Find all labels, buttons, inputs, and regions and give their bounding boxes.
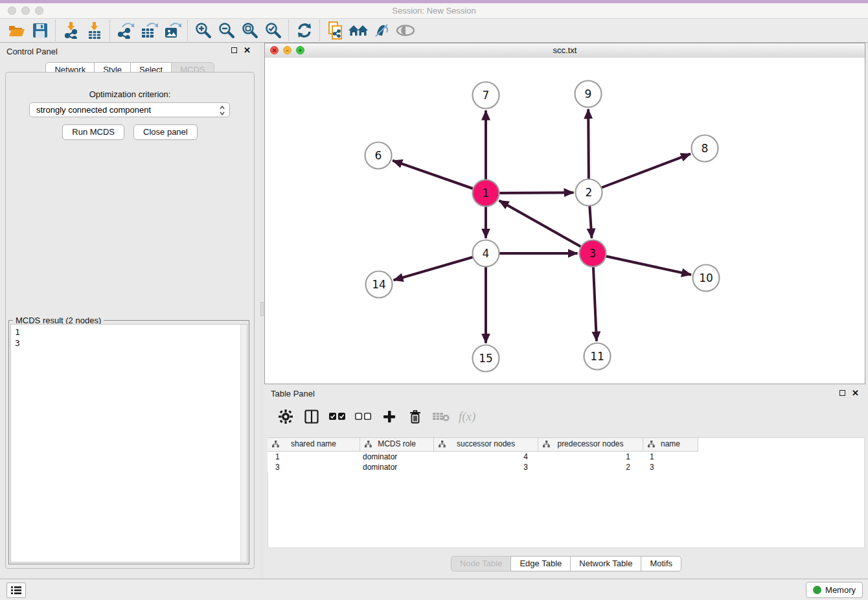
- table-cell[interactable]: 1: [643, 452, 698, 462]
- node-6[interactable]: 6: [365, 143, 392, 169]
- node-label: 1: [483, 187, 490, 200]
- node-4[interactable]: 4: [473, 240, 499, 267]
- tab-edge-table[interactable]: Edge Table: [510, 556, 571, 571]
- list-icon: [11, 586, 21, 595]
- export-image-button[interactable]: [161, 20, 184, 41]
- node-label: 6: [375, 149, 382, 162]
- node-label: 4: [483, 247, 490, 260]
- tab-node-table[interactable]: Node Table: [451, 556, 512, 571]
- zoom-out-button[interactable]: [215, 20, 238, 41]
- table-cell[interactable]: 4: [434, 452, 538, 462]
- add-row-button[interactable]: [381, 408, 398, 425]
- import-network-button[interactable]: [60, 20, 83, 41]
- node-8[interactable]: 8: [692, 135, 718, 162]
- toolbar-separator: [109, 20, 111, 41]
- close-panel-button[interactable]: Close panel: [133, 124, 198, 140]
- zoom-fit-button[interactable]: [238, 20, 262, 41]
- node-14[interactable]: 14: [366, 271, 393, 298]
- home-button[interactable]: [347, 20, 371, 41]
- table-cell[interactable]: dominator: [360, 462, 434, 472]
- table-cell[interactable]: 1: [268, 452, 360, 462]
- edge-2-8[interactable]: [589, 154, 691, 192]
- main-toolbar: [0, 19, 868, 43]
- column-header-name[interactable]: name: [643, 438, 698, 451]
- float-table-panel-icon[interactable]: [839, 390, 845, 396]
- column-header-shared-name[interactable]: shared name: [268, 438, 360, 451]
- zoom-in-button[interactable]: [192, 20, 215, 41]
- close-panel-icon[interactable]: ✕: [244, 47, 251, 53]
- float-panel-icon[interactable]: [231, 47, 237, 53]
- table-cell[interactable]: dominator: [360, 452, 434, 462]
- criterion-dropdown[interactable]: strongly connected component: [29, 102, 230, 117]
- deselect-all-button[interactable]: [355, 408, 372, 425]
- table-row[interactable]: 1dominator411: [268, 452, 698, 462]
- show-column-button[interactable]: [303, 408, 320, 425]
- table-settings-button[interactable]: [277, 408, 294, 425]
- function-builder-button[interactable]: f(x): [459, 408, 475, 425]
- node-9[interactable]: 9: [575, 81, 602, 108]
- result-scrollbar[interactable]: [240, 325, 247, 562]
- window-title: Session: New Session: [0, 6, 868, 16]
- window-titlebar[interactable]: Session: New Session: [0, 3, 868, 19]
- criterion-value: strongly connected component: [36, 105, 151, 115]
- column-type-icon: [365, 441, 372, 448]
- column-header-MCDS-role[interactable]: MCDS role: [360, 438, 434, 451]
- refresh-icon: [297, 23, 312, 38]
- refresh-button[interactable]: [293, 20, 316, 41]
- delete-table-button[interactable]: [433, 408, 450, 425]
- mcds-result-line: 3: [15, 338, 247, 349]
- edge-3-1[interactable]: [499, 201, 593, 253]
- table-row[interactable]: 3dominator323: [268, 462, 698, 472]
- table-cell[interactable]: 3: [268, 462, 360, 472]
- run-mcds-button[interactable]: Run MCDS: [62, 124, 124, 140]
- zoom-selected-button[interactable]: [262, 20, 285, 41]
- import-table-button[interactable]: [83, 20, 106, 41]
- edge-3-10[interactable]: [593, 253, 691, 275]
- close-table-panel-icon[interactable]: ✕: [852, 390, 859, 396]
- edge-4-14[interactable]: [394, 253, 486, 280]
- tab-motifs[interactable]: Motifs: [641, 556, 681, 571]
- checked-boxes-icon: [329, 413, 346, 421]
- select-all-button[interactable]: [329, 408, 346, 425]
- node-15[interactable]: 15: [473, 345, 499, 372]
- export-table-icon: [140, 22, 158, 39]
- export-image-icon: [163, 22, 181, 39]
- control-panel-title: Control Panel: [6, 47, 58, 56]
- task-history-button[interactable]: [6, 583, 26, 598]
- network-canvas[interactable]: 7968124314101511: [265, 58, 865, 384]
- node-10[interactable]: 10: [693, 265, 720, 292]
- homes-icon: [348, 23, 369, 38]
- open-session-button[interactable]: [5, 20, 29, 41]
- toolbar-separator: [55, 20, 56, 41]
- save-session-button[interactable]: [29, 20, 52, 41]
- announcements-button[interactable]: [371, 20, 394, 41]
- tab-network-table[interactable]: Network Table: [570, 556, 641, 571]
- table-cell[interactable]: 3: [643, 462, 698, 472]
- table-cell[interactable]: 3: [434, 462, 538, 472]
- table-cell[interactable]: 2: [538, 462, 643, 472]
- export-table-button[interactable]: [137, 20, 161, 41]
- node-1[interactable]: 1: [473, 180, 499, 207]
- node-11[interactable]: 11: [584, 343, 611, 370]
- gear-icon: [279, 410, 293, 424]
- column-header-predecessor-nodes[interactable]: predecessor nodes: [538, 438, 643, 451]
- mcds-result-text[interactable]: 13: [10, 324, 247, 562]
- vertical-splitter[interactable]: [260, 43, 264, 579]
- node-7[interactable]: 7: [473, 82, 499, 109]
- memory-button[interactable]: Memory: [806, 582, 863, 598]
- node-2[interactable]: 2: [576, 179, 602, 206]
- network-window-titlebar[interactable]: ✕ − + scc.txt: [265, 43, 865, 58]
- columns-icon: [304, 410, 319, 424]
- node-3[interactable]: 3: [580, 240, 606, 267]
- export-network-button[interactable]: [114, 20, 137, 41]
- column-header-label: predecessor nodes: [557, 439, 623, 448]
- zoom-fit-icon: [242, 22, 258, 39]
- delete-button[interactable]: [407, 408, 424, 425]
- column-header-successor-nodes[interactable]: successor nodes: [434, 438, 538, 451]
- edge-1-6[interactable]: [393, 161, 486, 193]
- node-label: 3: [589, 247, 597, 260]
- splitter-grip[interactable]: [260, 302, 264, 316]
- table-cell[interactable]: 1: [538, 452, 643, 462]
- clone-network-button[interactable]: [324, 20, 347, 41]
- hide-details-button[interactable]: [394, 20, 417, 41]
